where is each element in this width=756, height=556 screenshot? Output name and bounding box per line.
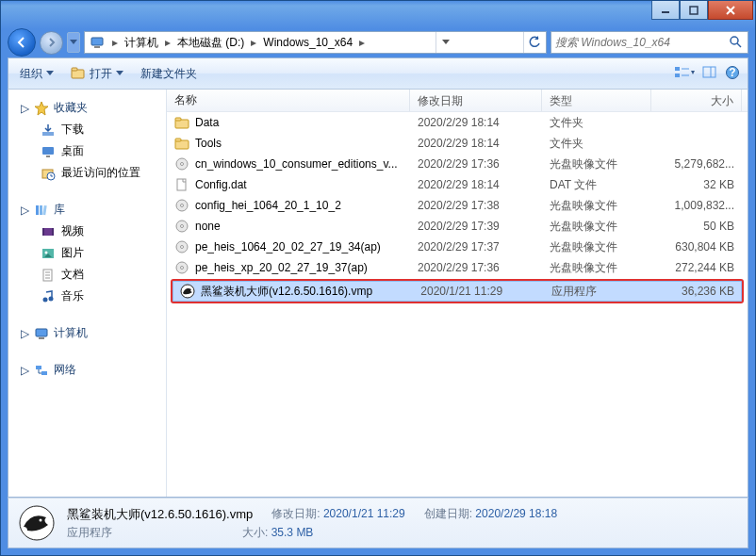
network-icon	[34, 363, 49, 378]
column-name[interactable]: 名称	[167, 90, 410, 111]
tree-videos[interactable]: 视频	[8, 221, 166, 242]
iso-icon	[174, 219, 189, 234]
file-type: 文件夹	[542, 113, 651, 133]
expand-icon[interactable]: ▷	[20, 364, 29, 377]
file-row[interactable]: Tools2020/2/29 18:14文件夹	[167, 133, 748, 154]
history-dropdown[interactable]	[67, 32, 80, 53]
column-size[interactable]: 大小	[651, 90, 742, 111]
search-box[interactable]	[551, 31, 748, 54]
file-type: 文件夹	[542, 134, 651, 154]
tree-label: 库	[54, 202, 65, 218]
chevron-right-icon[interactable]: ▸	[109, 36, 121, 49]
svg-rect-19	[42, 147, 54, 155]
forward-button[interactable]	[40, 31, 63, 55]
file-size: 1,009,832...	[651, 197, 742, 214]
tree-desktop[interactable]: 桌面	[8, 140, 166, 162]
chevron-right-icon[interactable]: ▸	[162, 36, 173, 49]
tree-label: 文档	[61, 267, 84, 283]
file-date: 2020/2/29 18:14	[410, 176, 542, 193]
tree-network[interactable]: ▷ 网络	[8, 359, 166, 381]
content-area: ▷ 收藏夹 下载 桌面 最近访问的位置 ▷ 库 视频 图片 文档 音乐	[8, 90, 748, 498]
file-date: 2020/2/29 17:36	[410, 259, 542, 276]
file-row[interactable]: config_hei_1064_20_1_10_22020/2/29 17:38…	[167, 195, 748, 216]
preview-pane-icon[interactable]	[702, 65, 717, 83]
svg-point-51	[181, 225, 184, 228]
tree-music[interactable]: 音乐	[8, 286, 166, 307]
search-icon[interactable]	[729, 35, 744, 50]
file-date: 2020/2/29 17:39	[410, 218, 542, 235]
chevron-down-icon	[116, 71, 123, 76]
tree-downloads[interactable]: 下载	[8, 119, 166, 140]
tree-pictures[interactable]: 图片	[8, 242, 166, 264]
toolbar-label: 新建文件夹	[140, 66, 197, 82]
tree-documents[interactable]: 文档	[8, 264, 166, 286]
file-icon	[174, 177, 189, 192]
help-icon[interactable]: ?	[725, 65, 740, 83]
refresh-icon[interactable]	[523, 32, 544, 53]
expand-icon[interactable]: ▷	[20, 327, 29, 340]
chevron-right-icon[interactable]: ▸	[356, 36, 368, 49]
back-button[interactable]	[8, 28, 36, 57]
tree-label: 最近访问的位置	[61, 165, 140, 181]
maximize-button[interactable]	[680, 1, 708, 20]
download-icon	[41, 123, 56, 138]
file-row[interactable]: pe_heis_xp_20_02_27_19_37(ap)2020/2/29 1…	[167, 257, 748, 278]
file-size: 50 KB	[651, 218, 742, 235]
file-row[interactable]: 黑鲨装机大师(v12.6.50.1616).vmp2020/1/21 11:29…	[171, 279, 744, 303]
svg-point-35	[43, 297, 48, 302]
svg-point-53	[181, 246, 184, 249]
tree-label: 视频	[61, 223, 84, 239]
tree-computer[interactable]: ▷ 计算机	[8, 322, 166, 344]
tree-label: 网络	[54, 362, 76, 378]
toolbar: 组织 打开 新建文件夹 ?	[8, 57, 748, 90]
file-row[interactable]: none2020/2/29 17:39光盘映像文件50 KB	[167, 216, 748, 237]
file-row[interactable]: Data2020/2/29 18:14文件夹	[167, 112, 748, 133]
file-row[interactable]: cn_windows_10_consumer_editions_v...2020…	[167, 154, 748, 174]
address-dropdown-icon[interactable]	[436, 32, 456, 53]
star-icon	[34, 101, 49, 116]
file-type: 光盘映像文件	[542, 196, 651, 216]
iso-icon	[174, 156, 189, 172]
pictures-icon	[41, 246, 56, 261]
file-row[interactable]: pe_heis_1064_20_02_27_19_34(ap)2020/2/29…	[167, 237, 748, 257]
svg-rect-4	[91, 38, 103, 45]
expand-icon[interactable]: ▷	[20, 204, 29, 217]
tree-label: 收藏夹	[54, 100, 88, 116]
video-icon	[41, 224, 56, 239]
music-icon	[41, 289, 56, 304]
address-bar[interactable]: ▸ 计算机 ▸ 本地磁盘 (D:) ▸ Windows_10_x64 ▸	[84, 31, 547, 54]
file-size: 272,244 KB	[651, 259, 742, 276]
column-date[interactable]: 修改日期	[410, 90, 542, 111]
expand-icon[interactable]: ▷	[20, 102, 29, 115]
svg-rect-40	[41, 371, 47, 375]
file-row[interactable]: Config.dat2020/2/29 18:14DAT 文件32 KB	[167, 174, 748, 195]
new-folder-button[interactable]: 新建文件夹	[137, 64, 201, 84]
titlebar[interactable]	[1, 1, 755, 27]
details-size-label: 大小:	[242, 526, 268, 539]
close-button[interactable]	[708, 1, 753, 20]
breadcrumb-segment[interactable]: Windows_10_x64	[259, 36, 356, 49]
file-size: 32 KB	[651, 176, 742, 193]
folder-icon	[174, 115, 189, 130]
minimize-button[interactable]	[651, 1, 680, 20]
breadcrumb-segment[interactable]: 计算机	[121, 35, 162, 51]
chevron-right-icon[interactable]: ▸	[248, 36, 259, 49]
search-input[interactable]	[555, 36, 729, 49]
navigation-pane: ▷ 收藏夹 下载 桌面 最近访问的位置 ▷ 库 视频 图片 文档 音乐	[8, 90, 167, 497]
tree-favorites[interactable]: ▷ 收藏夹	[8, 97, 166, 119]
nav-bar: ▸ 计算机 ▸ 本地磁盘 (D:) ▸ Windows_10_x64 ▸	[8, 27, 748, 57]
file-name: Config.dat	[195, 178, 247, 191]
breadcrumb-segment[interactable]: 本地磁盘 (D:)	[173, 35, 248, 51]
open-button[interactable]: 打开	[67, 64, 127, 84]
file-date: 2020/2/29 17:38	[410, 197, 542, 214]
column-headers[interactable]: 名称 修改日期 类型 大小	[167, 90, 748, 112]
tree-libraries[interactable]: ▷ 库	[8, 199, 166, 221]
svg-rect-44	[175, 139, 181, 141]
tree-recent[interactable]: 最近访问的位置	[8, 162, 166, 184]
view-options-icon[interactable]	[674, 65, 695, 83]
svg-rect-11	[675, 74, 680, 77]
organize-button[interactable]: 组织	[16, 64, 58, 84]
column-type[interactable]: 类型	[542, 90, 651, 111]
svg-rect-23	[36, 205, 39, 215]
computer-icon	[34, 326, 49, 341]
